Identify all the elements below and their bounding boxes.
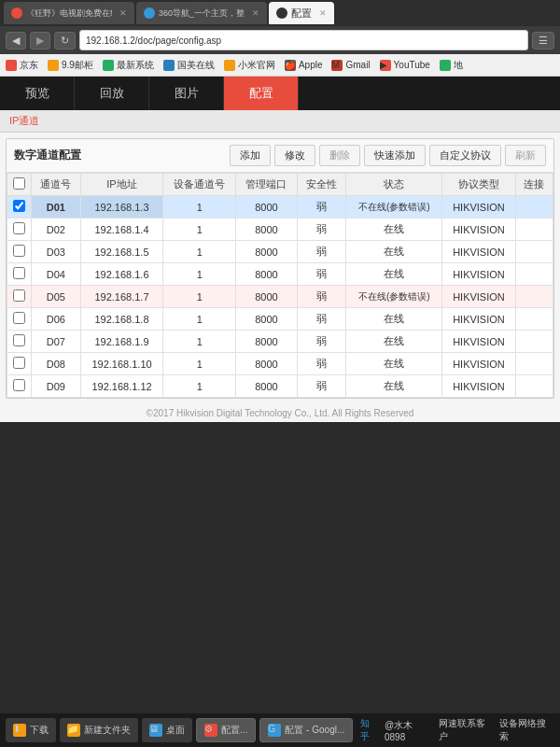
bookmark-xiaomi[interactable]: 小米官网	[224, 59, 275, 72]
row-checkbox[interactable]	[7, 353, 32, 375]
tab1-close[interactable]: ✕	[119, 8, 127, 18]
bookmark-youtube[interactable]: ▶ YouTube	[380, 60, 430, 71]
breadcrumb-text: IP通道	[9, 115, 39, 126]
row-checkbox[interactable]	[7, 241, 32, 263]
cell-security: 弱	[297, 353, 346, 375]
reload-button[interactable]: ↻	[54, 32, 76, 49]
back-button[interactable]: ◀	[6, 32, 26, 49]
cell-device-channel: 1	[163, 308, 236, 331]
bookmark-99[interactable]: 9.9邮柜	[48, 59, 93, 72]
xinxi-icon	[103, 60, 114, 71]
cell-port: 8000	[236, 196, 297, 218]
row-checkbox[interactable]	[7, 375, 32, 398]
tab-3[interactable]: ⚙ 配置 ✕	[269, 2, 334, 24]
cell-status: 在线	[346, 241, 442, 263]
tab-preview[interactable]: 预览	[0, 77, 75, 110]
tab-1[interactable]: 《狂野》电视剧免费在线观看... ✕	[4, 2, 134, 24]
bookmark-jd-label: 京东	[20, 59, 38, 72]
cell-protocol: HIKVISION	[442, 196, 516, 218]
cell-status: 不在线(参数错误)	[346, 196, 442, 218]
table-title: 数字通道配置	[14, 148, 81, 163]
table-container: 数字通道配置 添加 修改 删除 快速添加 自定义协议 刷新 通道号 IP地址 设…	[6, 138, 554, 399]
tab-image[interactable]: 图片	[149, 77, 224, 110]
cell-channel: D09	[32, 375, 81, 398]
apple-icon: 🍎	[285, 60, 296, 71]
cell-port: 8000	[236, 286, 297, 308]
bookmark-guomei-label: 国美在线	[177, 59, 215, 72]
tab-config[interactable]: 配置	[224, 77, 299, 110]
cell-ip: 192.168.1.7	[80, 286, 163, 308]
taskbar-folder[interactable]: 📁 新建文件夹	[60, 718, 138, 742]
cell-ip: 192.168.1.5	[80, 241, 163, 263]
table-row[interactable]: D08 192.168.1.10 1 8000 弱 在线 HIKVISION	[7, 353, 553, 375]
row-checkbox[interactable]	[7, 196, 32, 218]
refresh-button[interactable]: 刷新	[505, 145, 546, 166]
select-all-checkbox[interactable]	[13, 177, 25, 190]
cell-ip: 192.168.1.6	[80, 263, 163, 286]
tab-bar: 《狂野》电视剧免费在线观看... ✕ 360导航_一个主页，整个世界 ✕ ⚙ 配…	[0, 0, 560, 26]
cell-ip: 192.168.1.3	[80, 196, 163, 218]
tab2-label: 360导航_一个主页，整个世界	[159, 7, 245, 20]
delete-button[interactable]: 删除	[319, 145, 360, 166]
nav-tabs: 预览 回放 图片 配置	[0, 77, 560, 110]
bookmark-gmail[interactable]: M Gmail	[331, 60, 370, 71]
cell-connect	[515, 196, 553, 218]
taskbar-google[interactable]: G 配置 - Googl...	[259, 718, 353, 742]
taskbar-right: 知乎 @水木0898 网速联系客户 设备网络搜索	[360, 717, 554, 743]
table-row[interactable]: D03 192.168.1.5 1 8000 弱 在线 HIKVISION	[7, 241, 553, 263]
table-row[interactable]: D01 192.168.1.3 1 8000 弱 不在线(参数错误) HIKVI…	[7, 196, 553, 218]
table-header-row: 数字通道配置 添加 修改 删除 快速添加 自定义协议 刷新	[7, 139, 553, 173]
taskbar-download[interactable]: ⬇ 下载	[6, 718, 56, 742]
tab-playback-label: 回放	[100, 85, 124, 102]
cell-protocol: HIKVISION	[442, 286, 516, 308]
table-row[interactable]: D09 192.168.1.12 1 8000 弱 在线 HIKVISION	[7, 375, 553, 398]
tab-playback[interactable]: 回放	[75, 77, 149, 110]
breadcrumb: IP通道	[0, 110, 560, 133]
desktop-icon: 🖥	[149, 724, 162, 737]
cell-device-channel: 1	[163, 375, 236, 398]
cell-protocol: HIKVISION	[442, 241, 516, 263]
row-checkbox[interactable]	[7, 263, 32, 286]
address-bar[interactable]: 192.168.1.2/doc/page/config.asp	[79, 30, 528, 50]
cell-status: 在线	[346, 331, 442, 353]
cell-port: 8000	[236, 375, 297, 398]
custom-button[interactable]: 自定义协议	[429, 145, 501, 166]
bookmark-guomei[interactable]: 国美在线	[163, 59, 215, 72]
cell-channel: D05	[32, 286, 81, 308]
row-checkbox[interactable]	[7, 308, 32, 331]
taskbar-config[interactable]: ⚙ 配置...	[196, 718, 256, 742]
row-checkbox[interactable]	[7, 218, 32, 241]
cell-device-channel: 1	[163, 241, 236, 263]
cell-status: 在线	[346, 375, 442, 398]
table-row[interactable]: D07 192.168.1.9 1 8000 弱 在线 HIKVISION	[7, 331, 553, 353]
tab-2[interactable]: 360导航_一个主页，整个世界 ✕	[136, 2, 267, 24]
data-table: 通道号 IP地址 设备通道号 管理端口 安全性 状态 协议类型 连接 D01 1…	[7, 173, 553, 398]
bookmark-apple[interactable]: 🍎 Apple	[285, 60, 323, 71]
quick-add-button[interactable]: 快速添加	[364, 145, 426, 166]
cell-channel: D01	[32, 196, 81, 218]
taskbar-desktop[interactable]: 🖥 桌面	[142, 718, 192, 742]
modify-button[interactable]: 修改	[274, 145, 315, 166]
menu-button[interactable]: ☰	[532, 32, 554, 49]
bookmark-xinxi[interactable]: 最新系统	[103, 59, 154, 72]
cell-connect	[515, 241, 553, 263]
add-button[interactable]: 添加	[230, 145, 271, 166]
table-row[interactable]: D06 192.168.1.8 1 8000 弱 在线 HIKVISION	[7, 308, 553, 331]
bookmark-99-label: 9.9邮柜	[62, 59, 93, 72]
cell-connect	[515, 263, 553, 286]
row-checkbox[interactable]	[7, 331, 32, 353]
tab3-close[interactable]: ✕	[319, 8, 327, 18]
table-row[interactable]: D04 192.168.1.6 1 8000 弱 在线 HIKVISION	[7, 263, 553, 286]
tab2-close[interactable]: ✕	[252, 8, 259, 18]
bookmark-jd[interactable]: 京东	[6, 59, 38, 72]
bookmark-map[interactable]: 地	[440, 59, 463, 72]
table-row[interactable]: D05 192.168.1.7 1 8000 弱 不在线(参数错误) HIKVI…	[7, 286, 553, 308]
col-channel: 通道号	[32, 174, 81, 196]
address-bar-row: ◀ ▶ ↻ 192.168.1.2/doc/page/config.asp ☰	[0, 26, 560, 54]
row-checkbox[interactable]	[7, 286, 32, 308]
cell-connect	[515, 218, 553, 241]
cell-security: 弱	[297, 241, 346, 263]
forward-button[interactable]: ▶	[30, 32, 50, 49]
col-device-channel: 设备通道号	[163, 174, 236, 196]
table-row[interactable]: D02 192.168.1.4 1 8000 弱 在线 HIKVISION	[7, 218, 553, 241]
